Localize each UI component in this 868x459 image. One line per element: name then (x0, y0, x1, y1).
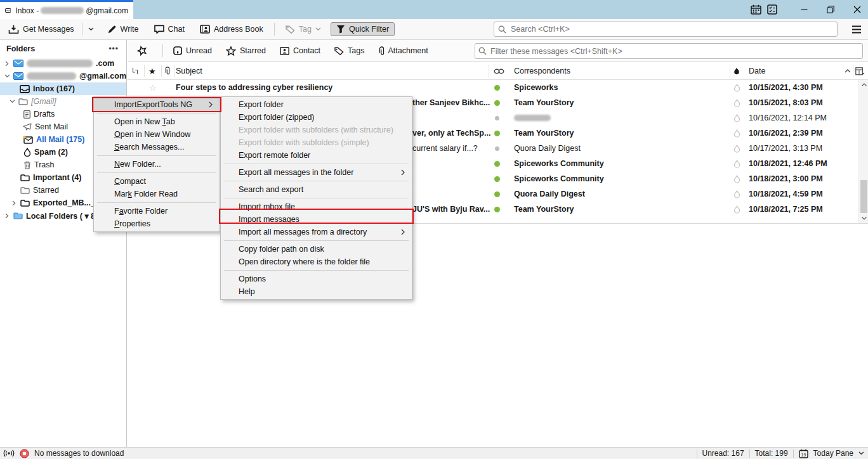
thread-column-header[interactable] (131, 62, 139, 80)
online-status-icon[interactable] (3, 449, 15, 457)
menu-export-remote-folder[interactable]: Export remote folder (221, 149, 412, 162)
unread-dot (494, 95, 500, 110)
today-pane-toggle[interactable]: Today Pane (813, 449, 853, 458)
importexporttools-submenu: Export folder Export folder (zipped) Exp… (220, 96, 412, 300)
menu-search-and-export[interactable]: Search and export (221, 183, 412, 196)
correspondents-icon-header[interactable] (494, 62, 504, 80)
scroll-down-arrow[interactable] (859, 214, 868, 223)
menu-separator (224, 240, 409, 241)
menu-separator (224, 181, 409, 181)
junk-flame-icon[interactable] (733, 202, 740, 217)
expand-down-icon[interactable] (4, 74, 10, 78)
junk-flame-icon[interactable] (733, 80, 740, 95)
sticky-filter-button[interactable] (133, 43, 152, 58)
menu-open-in-new-window[interactable]: Open in New Window (94, 128, 220, 141)
thread-icon (131, 67, 139, 75)
expand-down-icon[interactable] (9, 100, 15, 103)
menu-copy-folder-path[interactable]: Copy folder path on disk (221, 243, 412, 255)
main-toolbar: Get Messages Write Chat Address Book Tag… (0, 19, 868, 40)
menu-compact[interactable]: Compact (94, 175, 220, 188)
expand-right-icon[interactable] (11, 200, 17, 206)
account-row-1[interactable]: .com (0, 57, 126, 70)
filter-unread-button[interactable]: Unread (169, 44, 216, 58)
account-row-2[interactable]: @gmail.com (0, 70, 126, 82)
menu-separator (97, 202, 216, 203)
message-row[interactable]: ☆ Four steps to addressing cyber resilie… (128, 80, 868, 95)
folder-pane-menu-button[interactable]: ••• (109, 44, 119, 53)
unread-dot (494, 186, 500, 202)
tasks-button[interactable] (764, 1, 780, 18)
date-column-header[interactable]: Date (749, 62, 765, 80)
search-icon (498, 25, 506, 34)
minimize-icon (801, 6, 808, 13)
menu-export-all-messages[interactable]: Export all messages in the folder (221, 166, 412, 179)
write-button[interactable]: Write (103, 22, 143, 37)
chevron-down-icon (88, 27, 94, 31)
restore-button[interactable] (820, 1, 841, 18)
funnel-icon (336, 25, 345, 34)
menu-new-folder[interactable]: New Folder... (94, 158, 220, 171)
read-dot (495, 141, 499, 156)
menu-options[interactable]: Options (221, 273, 412, 285)
menu-properties[interactable]: Properties (94, 217, 220, 230)
search-input[interactable] (494, 22, 838, 37)
close-button[interactable] (846, 1, 868, 18)
folder-inbox[interactable]: Inbox (167) (0, 82, 126, 95)
menu-favorite-folder[interactable]: Favorite Folder (94, 205, 220, 217)
stop-download-icon[interactable] (20, 449, 29, 458)
filter-messages-input[interactable] (475, 43, 863, 59)
menu-open-directory[interactable]: Open directory where is the folder file (221, 255, 412, 268)
junk-flame-icon[interactable] (733, 186, 740, 202)
junk-flame-icon[interactable] (733, 141, 740, 156)
app-menu-button[interactable] (852, 25, 862, 36)
tab-inbox[interactable]: Inbox - @gmail.com (0, 0, 133, 19)
address-book-button[interactable]: Address Book (195, 22, 268, 36)
junk-flame-icon[interactable] (733, 110, 740, 126)
junk-flame-icon[interactable] (733, 95, 740, 110)
tag-button[interactable]: Tag (281, 22, 326, 36)
menu-help[interactable]: Help (221, 285, 412, 298)
filter-starred-button[interactable]: Starred (221, 44, 270, 58)
expand-right-icon[interactable] (4, 213, 10, 219)
menu-open-in-new-tab[interactable]: Open in New Tab (94, 115, 220, 128)
menu-search-messages[interactable]: Search Messages... (94, 141, 220, 153)
menu-export-folder-zipped[interactable]: Export folder (zipped) (221, 111, 412, 124)
expand-right-icon[interactable] (4, 61, 10, 67)
minimize-button[interactable] (793, 1, 815, 18)
statusbar-separator (749, 449, 750, 458)
correspondents-column-header[interactable]: Correspondents (514, 62, 570, 80)
paperclip-icon (165, 67, 170, 75)
scrollbar-thumb[interactable] (860, 180, 867, 213)
menu-mark-folder-read[interactable]: Mark Folder Read (94, 188, 220, 200)
filter-attachment-button[interactable]: Attachment (374, 44, 433, 58)
menu-import-all-from-directory[interactable]: Import all messages from a directory (221, 226, 412, 238)
scroll-up-arrow[interactable] (859, 80, 868, 89)
sort-ascending-icon[interactable] (845, 62, 851, 80)
star-column-header[interactable]: ★ (148, 62, 156, 80)
get-messages-button[interactable]: Get Messages (4, 22, 79, 37)
subject-column-header[interactable]: Subject (176, 62, 202, 80)
junk-flame-icon[interactable] (733, 126, 740, 141)
pencil-icon (107, 25, 117, 34)
account-mail-icon (13, 72, 23, 80)
chat-button[interactable]: Chat (150, 22, 189, 36)
folder-pane-title: Folders (6, 44, 35, 53)
junk-column-header[interactable] (733, 62, 740, 80)
chevron-down-icon[interactable] (858, 451, 864, 455)
attachment-column-header[interactable] (165, 62, 170, 80)
get-messages-dropdown[interactable] (86, 25, 96, 34)
menu-export-folder[interactable]: Export folder (221, 98, 412, 111)
junk-flame-icon[interactable] (733, 156, 740, 171)
filter-tags-button[interactable]: Tags (330, 44, 369, 58)
column-picker-icon (855, 67, 865, 75)
junk-flame-icon[interactable] (733, 171, 740, 186)
unread-dot (494, 126, 500, 141)
message-list-scrollbar[interactable] (858, 80, 868, 223)
filter-contact-button[interactable]: Contact (275, 44, 325, 58)
folder-icon (20, 199, 30, 207)
column-picker-button[interactable] (855, 62, 865, 80)
quick-filter-toggle-button[interactable]: Quick Filter (331, 22, 395, 36)
calendar-button[interactable] (747, 1, 764, 18)
star-icon[interactable]: ☆ (149, 80, 157, 95)
toolbar-separator (82, 23, 82, 36)
